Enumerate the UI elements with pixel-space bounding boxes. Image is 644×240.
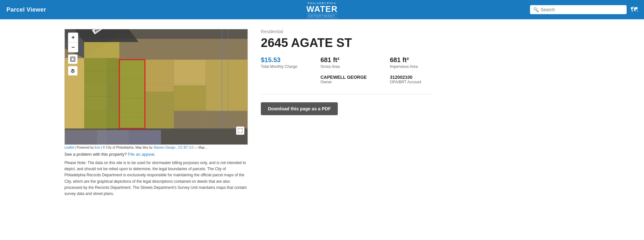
svg-rect-15 (174, 85, 206, 111)
esri-link[interactable]: Esri (95, 146, 100, 149)
attribution-text-2: | © City of Philadelphia, Map tiles by (101, 146, 154, 149)
layers-button[interactable] (68, 66, 78, 76)
svg-rect-10 (84, 109, 119, 129)
impervious-area-label: Impervious Area (390, 64, 431, 69)
map-attribution: Leaflet | Powered by Esri | © City of Ph… (64, 146, 248, 149)
search-icon: 🔍 (533, 7, 539, 12)
impervious-area-value: 681 ft² (390, 56, 431, 64)
property-stats: $15.53 Total Monthly Charge 681 ft² Gros… (261, 56, 431, 84)
svg-rect-14 (174, 60, 206, 85)
stats-divider (261, 94, 431, 94)
map-section: AGATE ST + − (64, 29, 248, 197)
logo-main: WATER (307, 5, 338, 13)
attribution-end: — Map... (194, 146, 207, 149)
opa-account-label: OPA/BRT Account (390, 80, 431, 84)
gross-area-stat: 681 ft² Gross Area CAPEWELL GEORGE Owner (320, 56, 377, 84)
fullscreen-button[interactable] (68, 54, 78, 64)
search-box[interactable]: 🔍 (530, 5, 627, 14)
monthly-charge-label: Total Monthly Charge (261, 64, 308, 69)
file-appeal-link[interactable]: File an appeal. (128, 152, 155, 157)
map-container: AGATE ST + − (64, 29, 248, 145)
zoom-out-button[interactable]: − (68, 42, 78, 52)
property-address: 2645 AGATE ST (261, 36, 431, 50)
problem-text: See a problem with this property? (64, 152, 127, 157)
leaflet-link[interactable]: Leaflet (64, 146, 74, 149)
svg-rect-11 (119, 60, 145, 128)
svg-rect-13 (145, 92, 174, 128)
svg-rect-19 (97, 130, 129, 144)
svg-rect-16 (206, 60, 247, 111)
svg-marker-3 (74, 29, 138, 42)
svg-rect-37 (71, 57, 75, 61)
map-image: AGATE ST (65, 29, 248, 144)
owner-label: Owner (320, 80, 377, 84)
stamen-link[interactable]: Stamen Design (154, 146, 175, 149)
zoom-in-button[interactable]: + (68, 33, 78, 42)
svg-rect-20 (129, 130, 161, 144)
search-input[interactable] (541, 7, 623, 12)
header: Parcel Viewer PHILADELPHIA WATER DEPARTM… (0, 0, 644, 19)
logo-bottom: DEPARTMENT (307, 14, 338, 18)
map-expand-button[interactable] (236, 126, 244, 135)
monthly-charge-stat: $15.53 Total Monthly Charge (261, 56, 308, 84)
map-controls: + − (68, 32, 78, 76)
download-pdf-button[interactable]: Download this page as a PDF (261, 102, 338, 115)
below-map: See a problem with this property? File a… (64, 152, 248, 197)
opa-account-value: 312002100 (390, 75, 431, 80)
svg-rect-18 (65, 130, 97, 144)
main-content: AGATE ST + − (0, 19, 451, 207)
svg-rect-12 (145, 60, 174, 91)
impervious-area-stat: 681 ft² Impervious Area 312002100 OPA/BR… (390, 56, 431, 84)
logo: PHILADELPHIA WATER DEPARTMENT (307, 2, 338, 18)
svg-rect-7 (84, 42, 119, 58)
appeal-text: See a problem with this property? File a… (64, 152, 248, 157)
gross-area-value: 681 ft² (320, 56, 377, 64)
map-toggle-icon[interactable]: 🗺 (630, 5, 638, 14)
property-info: Residential 2645 AGATE ST $15.53 Total M… (261, 29, 431, 197)
zoom-controls: + − (68, 32, 78, 52)
header-right: 🔍 🗺 (530, 5, 638, 14)
monthly-charge-value: $15.53 (261, 56, 308, 64)
owner-name: CAPEWELL GEORGE (320, 75, 377, 80)
app-title: Parcel Viewer (6, 6, 46, 13)
cc-link[interactable]: CC BY 3.0 (178, 146, 193, 149)
gross-area-label: Gross Area (320, 64, 377, 69)
disclaimer-text: Please Note: The data on this site is to… (64, 160, 248, 197)
attribution-text: | Powered by (75, 146, 95, 149)
property-type: Residential (261, 29, 431, 34)
svg-rect-38 (71, 58, 74, 60)
